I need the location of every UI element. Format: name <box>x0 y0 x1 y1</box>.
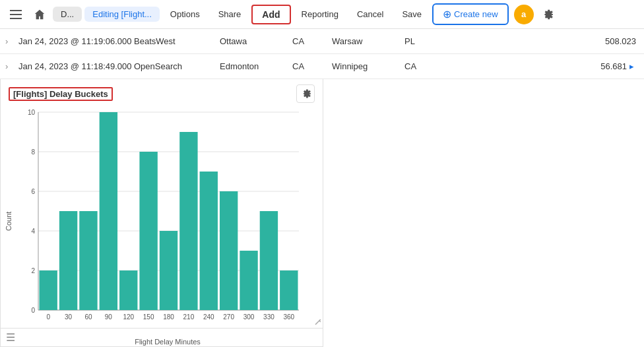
name-cell: OpenSearch <box>134 61 220 71</box>
chart-panel: [Flights] Delay Buckets Count 0246810030… <box>0 79 323 347</box>
dest-cell: Warsaw <box>332 36 404 46</box>
svg-rect-17 <box>40 270 57 310</box>
y-axis-label: Count <box>5 106 13 336</box>
chart-wrapper: Count 0246810030609012015018021024027030… <box>1 106 323 347</box>
date-cell: Jan 24, 2023 @ 11:19:06.000 <box>18 36 134 46</box>
svg-text:0: 0 <box>31 307 35 314</box>
tab-inactive[interactable]: D... <box>53 7 82 22</box>
chart-settings-icon[interactable] <box>296 84 315 103</box>
menu-icon[interactable] <box>5 4 26 25</box>
svg-text:210: 210 <box>183 313 195 321</box>
plus-icon: ⊕ <box>443 8 451 20</box>
svg-text:6: 6 <box>31 188 35 195</box>
dest-country-cell: CA <box>404 61 444 71</box>
svg-text:0: 0 <box>46 313 50 321</box>
cancel-button[interactable]: Cancel <box>349 6 391 22</box>
date-cell: Jan 24, 2023 @ 11:18:49.000 <box>18 61 134 71</box>
svg-rect-19 <box>59 211 77 310</box>
bottom-section: [Flights] Delay Buckets Count 0246810030… <box>0 79 644 347</box>
resize-handle[interactable] <box>312 317 323 328</box>
name-cell: BeatsWest <box>134 36 220 46</box>
add-button[interactable]: Add <box>251 5 290 24</box>
chart-header: [Flights] Delay Buckets <box>1 79 323 106</box>
topbar: D... Editing [Flight... Options Share Ad… <box>0 0 644 29</box>
svg-rect-33 <box>200 172 218 310</box>
expand-icon[interactable]: › <box>5 36 18 46</box>
svg-text:120: 120 <box>123 313 134 321</box>
city-cell: Edmonton <box>220 61 292 71</box>
svg-rect-41 <box>280 270 298 310</box>
svg-text:180: 180 <box>163 313 174 321</box>
svg-text:10: 10 <box>28 109 36 116</box>
country-cell: CA <box>292 36 332 46</box>
rows-section: › Jan 24, 2023 @ 11:19:06.000 BeatsWest … <box>0 29 644 79</box>
expand-right-icon[interactable]: ▸ <box>629 61 639 71</box>
options-button[interactable]: Options <box>162 6 208 22</box>
chart-svg: 0246810030609012015018021024027030033036… <box>15 106 306 336</box>
reporting-button[interactable]: Reporting <box>294 6 346 22</box>
svg-text:150: 150 <box>143 313 154 321</box>
number-cell: 508.023 <box>444 36 639 46</box>
list-icon[interactable]: ☰ <box>6 331 15 344</box>
city-cell: Ottawa <box>220 36 292 46</box>
svg-text:270: 270 <box>223 313 234 321</box>
svg-rect-27 <box>139 152 157 310</box>
avatar[interactable]: a <box>514 5 534 24</box>
table-row[interactable]: › Jan 24, 2023 @ 11:19:06.000 BeatsWest … <box>0 29 644 54</box>
table-row[interactable]: › Jan 24, 2023 @ 11:18:49.000 OpenSearch… <box>0 54 644 79</box>
svg-rect-31 <box>179 132 197 310</box>
svg-text:60: 60 <box>84 313 92 321</box>
svg-text:4: 4 <box>31 228 35 235</box>
chart-title: [Flights] Delay Buckets <box>9 87 113 101</box>
settings-icon[interactable] <box>536 4 558 25</box>
dest-country-cell: PL <box>404 36 444 46</box>
create-new-button[interactable]: ⊕ Create new <box>432 3 508 25</box>
dest-cell: Winnipeg <box>332 61 404 71</box>
svg-rect-23 <box>100 112 117 310</box>
svg-rect-37 <box>240 251 257 310</box>
create-new-label: Create new <box>454 9 498 19</box>
svg-rect-25 <box>119 270 137 310</box>
svg-rect-29 <box>160 231 177 310</box>
svg-rect-21 <box>79 211 97 310</box>
country-cell: CA <box>292 61 332 71</box>
svg-rect-2 <box>10 18 22 19</box>
tab-active[interactable]: Editing [Flight... <box>84 7 160 22</box>
svg-text:330: 330 <box>263 313 274 321</box>
home-icon[interactable] <box>29 4 50 25</box>
svg-text:300: 300 <box>243 313 255 321</box>
number-cell: 56.681 <box>444 61 629 71</box>
svg-rect-39 <box>260 211 278 310</box>
svg-rect-35 <box>220 191 238 310</box>
svg-text:2: 2 <box>31 267 35 274</box>
svg-text:8: 8 <box>31 148 35 156</box>
svg-text:90: 90 <box>105 313 113 321</box>
svg-text:360: 360 <box>283 313 294 321</box>
share-button[interactable]: Share <box>210 6 249 22</box>
main-content: › Jan 24, 2023 @ 11:19:06.000 BeatsWest … <box>0 29 644 347</box>
svg-rect-0 <box>10 10 22 11</box>
bottom-bar: ☰ <box>1 328 323 346</box>
save-button[interactable]: Save <box>394 6 430 22</box>
svg-text:30: 30 <box>65 313 73 321</box>
expand-icon[interactable]: › <box>5 61 18 71</box>
svg-text:240: 240 <box>203 313 214 321</box>
svg-rect-1 <box>10 14 22 15</box>
